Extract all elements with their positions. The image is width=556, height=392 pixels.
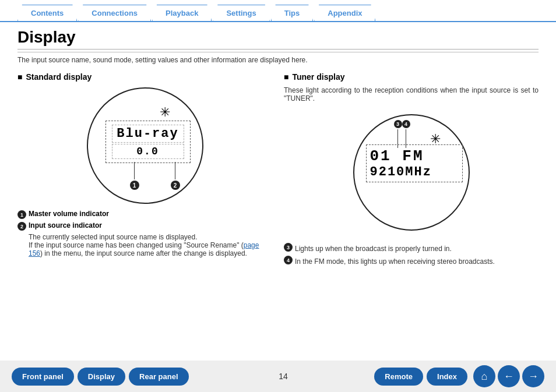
display-main-text: Blu-ray	[112, 125, 184, 143]
page-subtitle: The input source name, sound mode, setti…	[17, 56, 539, 64]
tuner-indicators-desc: 3 Lights up when the broadcast is proper…	[284, 242, 539, 266]
index-button[interactable]: Index	[427, 368, 467, 386]
tuner-line1-text: 01 FM	[370, 147, 459, 165]
tab-appendix[interactable]: Appendix	[314, 5, 375, 21]
standard-display-title: Standard display	[26, 72, 92, 82]
indicator2-desc2: If the input source name has been change…	[29, 241, 272, 257]
tuner-display-header: Tuner display	[284, 72, 539, 82]
main-columns: Standard display ✳ Blu-ray 0.0 1	[17, 72, 539, 268]
tuner-indicator3: 3	[394, 120, 402, 148]
forward-icon: →	[528, 370, 539, 383]
indicator1-line: 1	[130, 162, 139, 190]
display-button[interactable]: Display	[78, 368, 125, 386]
home-icon: ⌂	[481, 370, 488, 383]
tab-contents[interactable]: Contents	[17, 5, 77, 21]
tuner-display-title: Tuner display	[292, 72, 344, 82]
tuner-ind3-num: 3	[394, 120, 402, 128]
tab-tips[interactable]: Tips	[271, 5, 314, 21]
tuner-display-circle-container: ✳ 3 4 01 FM 9210MHz	[284, 108, 539, 236]
back-button[interactable]: ←	[498, 365, 520, 387]
top-navigation: Contents Connections Playback Settings T…	[0, 0, 556, 22]
indicator1-row: 1 Master volume indicator	[17, 210, 272, 219]
indicator1-num: 1	[130, 181, 139, 190]
tuner-badge4: 4	[284, 256, 293, 264]
indicator2-label: Input source indicator	[29, 221, 102, 229]
indicator1-label: Master volume indicator	[29, 210, 109, 218]
forward-button[interactable]: →	[522, 365, 544, 387]
standard-display-header: Standard display	[17, 72, 272, 82]
indicator2-row: 2 Input source indicator	[17, 221, 272, 231]
tuner-desc3: Lights up when the broadcast is properly…	[295, 245, 452, 253]
rear-panel-button[interactable]: Rear panel	[129, 368, 188, 386]
front-panel-button[interactable]: Front panel	[12, 368, 74, 386]
tuner-indicator4-row: 4 In the FM mode, this lights up when re…	[284, 255, 539, 266]
tab-playback[interactable]: Playback	[152, 5, 212, 21]
indicators-descriptions: 1 Master volume indicator 2 Input source…	[17, 210, 272, 257]
page-number: 14	[192, 372, 375, 381]
tuner-ind4-num: 4	[402, 120, 410, 128]
tab-settings[interactable]: Settings	[213, 5, 269, 21]
star-icon-left: ✳	[160, 105, 170, 120]
display-sub-text: 0.0	[112, 144, 184, 159]
tuner-display-section: Tuner display These light according to t…	[284, 72, 539, 268]
tuner-intro: These light according to the reception c…	[284, 86, 539, 103]
display-screen: Blu-ray 0.0	[105, 121, 191, 163]
page-title: Display	[17, 28, 539, 50]
indicator2-num: 2	[171, 181, 180, 190]
remote-button[interactable]: Remote	[374, 368, 423, 386]
tuner-indicator4: 4	[402, 120, 410, 148]
tuner-display-screen: 01 FM 9210MHz	[366, 144, 463, 182]
tuner-indicator3-row: 3 Lights up when the broadcast is proper…	[284, 242, 539, 253]
standard-display-circle-container: ✳ Blu-ray 0.0 1 2	[17, 87, 272, 204]
tuner-line2-text: 9210MHz	[370, 165, 459, 179]
indicator1-badge: 1	[17, 210, 26, 219]
back-icon: ←	[504, 370, 514, 383]
bottom-navigation: Front panel Display Rear panel 14 Remote…	[0, 361, 556, 392]
home-button[interactable]: ⌂	[473, 365, 495, 387]
page-content: Display The input source name, sound mod…	[0, 22, 556, 268]
indicator2-desc1: The currently selected input source name…	[29, 233, 272, 241]
tuner-desc4: In the FM mode, this lights up when rece…	[295, 257, 495, 266]
indicator2-line: 2	[171, 162, 180, 190]
tuner-badge3: 3	[284, 243, 293, 252]
standard-display-section: Standard display ✳ Blu-ray 0.0 1	[17, 72, 272, 268]
indicator2-badge: 2	[17, 222, 26, 231]
tuner-display-circle: ✳ 3 4 01 FM 9210MHz	[353, 114, 470, 231]
tab-connections[interactable]: Connections	[78, 5, 151, 21]
standard-display-circle: ✳ Blu-ray 0.0 1 2	[87, 87, 203, 204]
